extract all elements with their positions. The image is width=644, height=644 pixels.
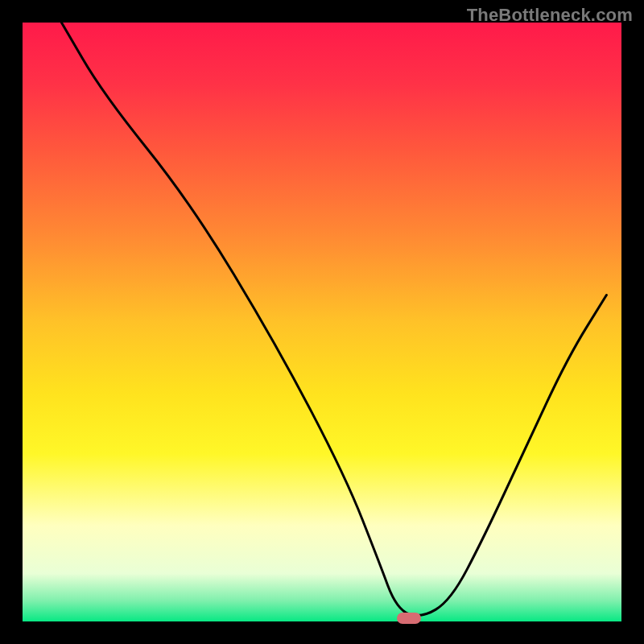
- optimal-marker: [397, 613, 421, 624]
- plot-area: [23, 23, 621, 621]
- gradient-background: [23, 23, 621, 621]
- chart-container: TheBottleneck.com: [0, 0, 644, 644]
- chart-svg: [23, 23, 621, 621]
